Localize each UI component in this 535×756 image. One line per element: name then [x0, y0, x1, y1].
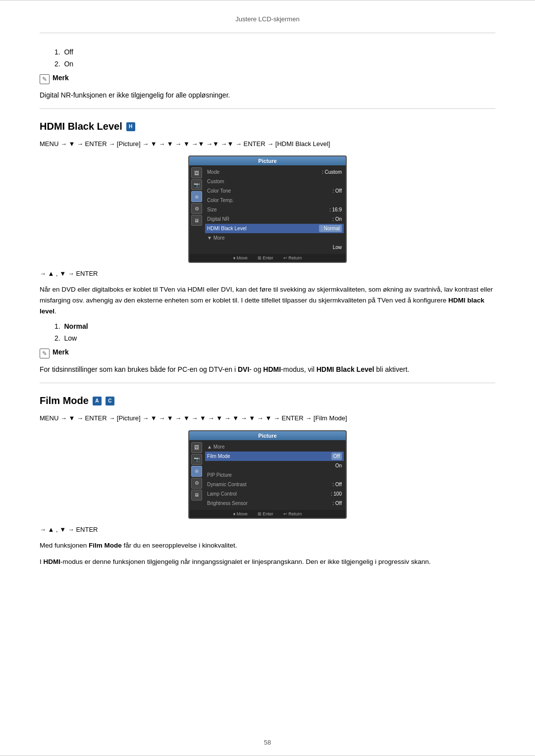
film-tv-screen: Picture 🖼 📷 ⊕ ⚙ 🖥 ▲ More Film ModeOff: [188, 430, 347, 519]
menu-row-low: Low: [205, 243, 344, 252]
film-screen-body: 🖼 📷 ⊕ ⚙ 🖥 ▲ More Film ModeOff On: [189, 440, 346, 510]
film-screen-title: Picture: [189, 431, 346, 440]
page-header: Justere LCD-skjermen: [40, 10, 495, 33]
menu-row-digitalnr: Digital NR: On: [205, 214, 344, 224]
film-screen-footer: ♦ Move ⊞ Enter ↩ Return: [189, 510, 346, 518]
film-sidebar-icon-3: ⚙: [191, 478, 202, 489]
section-heading-hdmi: HDMI Black Level H: [40, 121, 495, 132]
list-item-off: 1. Off: [54, 48, 495, 56]
sidebar-icon-2: ⊕: [191, 191, 202, 202]
hdmi-menu-path: MENU → ▼ → ENTER → [Picture] → ▼ → ▼ → ▼…: [40, 138, 495, 150]
sidebar-icon-3: ⚙: [191, 203, 202, 214]
film-body-text-1: Med funksjonen Film Mode får du en seero…: [40, 540, 495, 551]
film-menu-path: MENU → ▼ → ENTER → [Picture] → ▼ → ▼ → ▼…: [40, 412, 495, 424]
hdmi-tv-menu: Mode: Custom Custom Color Tone: Off Colo…: [205, 167, 344, 252]
sidebar-icon-4: 🖥: [191, 215, 202, 226]
film-screen-container: Picture 🖼 📷 ⊕ ⚙ 🖥 ▲ More Film ModeOff: [40, 430, 495, 519]
hdmi-tv-screen: Picture 🖼 📷 ⊕ ⚙ 🖥 Mode: Custom Custom: [188, 155, 347, 263]
film-heading-text: Film Mode: [40, 395, 89, 406]
menu-row-hdmiblack: HDMI Black Level: Normal: [205, 224, 344, 233]
film-tv-menu: ▲ More Film ModeOff On PIP Picture Dynam…: [205, 442, 344, 508]
section-divider-2: [40, 383, 495, 383]
sidebar-icon-1: 📷: [191, 179, 202, 190]
film-sidebar-icon-1: 📷: [191, 454, 202, 465]
film-body-text-2: I HDMI-modus er denne funksjonen tilgjen…: [40, 556, 495, 567]
hdmi-screen-title: Picture: [189, 156, 346, 165]
hdmi-list-low: 2. Low: [54, 334, 495, 342]
film-menu-row-on: On: [205, 461, 344, 470]
note-icon-1: ✎: [40, 74, 50, 84]
section-divider-1: [40, 108, 495, 109]
hdmi-nav-instruction: → ▲ , ▼ → ENTER: [40, 270, 495, 277]
badge-h: H: [126, 122, 135, 131]
header-title: Justere LCD-skjermen: [235, 15, 299, 23]
menu-row-colortemp: Color Temp.: [205, 196, 344, 205]
film-menu-row-dyncontrast: Dynamic Contrast: Off: [205, 480, 344, 489]
film-menu-row-lampcontrol: Lamp Control: 100: [205, 489, 344, 499]
film-sidebar-icon-4: 🖥: [191, 490, 202, 501]
list-item-on: 2. On: [54, 60, 495, 68]
film-nav-instruction: → ▲ , ▼ → ENTER: [40, 526, 495, 533]
hdmi-list-normal: 1. Normal: [54, 322, 495, 330]
note-box-hdmi: ✎ Merk: [40, 348, 495, 358]
note-text-1: Digital NR-funksjonen er ikke tilgjengel…: [40, 90, 495, 101]
badge-a: A: [93, 397, 102, 405]
hdmi-screen-container: Picture 🖼 📷 ⊕ ⚙ 🖥 Mode: Custom Custom: [40, 155, 495, 263]
hdmi-heading-text: HDMI Black Level: [40, 121, 122, 132]
film-menu-row-pippicture: PIP Picture: [205, 470, 344, 480]
note-label-1: Merk: [53, 74, 69, 82]
menu-row-mode: Mode: Custom: [205, 167, 344, 177]
note-box-1: ✎ Merk: [40, 74, 495, 84]
film-sidebar: 🖼 📷 ⊕ ⚙ 🖥: [191, 442, 202, 508]
menu-row-custom: Custom: [205, 177, 344, 186]
section-heading-film: Film Mode A C: [40, 395, 495, 406]
hdmi-body-text: Når en DVD eller digitalboks er koblet t…: [40, 284, 495, 316]
film-menu-row-filmmode: Film ModeOff: [205, 452, 344, 461]
film-sidebar-icon-2: ⊕: [191, 466, 202, 477]
menu-row-size: Size: 16:9: [205, 205, 344, 214]
note-text-hdmi: For tidsinnstillinger som kan brukes båd…: [40, 364, 495, 375]
film-menu-row-brightness: Brightness Sensor: Off: [205, 499, 344, 508]
hdmi-screen-body: 🖼 📷 ⊕ ⚙ 🖥 Mode: Custom Custom Color Tone…: [189, 165, 346, 254]
badge-c: C: [106, 397, 114, 405]
menu-row-colortone: Color Tone: Off: [205, 186, 344, 196]
film-menu-row-more: ▲ More: [205, 442, 344, 452]
film-sidebar-icon-0: 🖼: [191, 442, 202, 453]
hdmi-screen-footer: ♦ Move ⊞ Enter ↩ Return: [189, 254, 346, 262]
hdmi-sidebar: 🖼 📷 ⊕ ⚙ 🖥: [191, 167, 202, 252]
note-icon-hdmi: ✎: [40, 349, 50, 358]
note-label-hdmi: Merk: [53, 348, 69, 356]
menu-row-more: ▼ More: [205, 233, 344, 243]
page-number: 58: [0, 739, 535, 746]
sidebar-icon-0: 🖼: [191, 167, 202, 178]
